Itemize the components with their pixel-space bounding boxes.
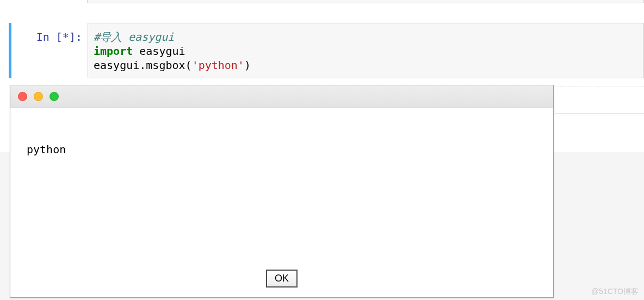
previous-cell-edge	[87, 0, 644, 3]
divider-thin	[555, 113, 644, 114]
msgbox-dialog: python OK	[10, 85, 554, 298]
divider-dotted	[555, 86, 644, 86]
window-titlebar[interactable]	[10, 85, 553, 108]
code-editor[interactable]: #导入 easygui import easygui easygui.msgbo…	[88, 23, 644, 78]
code-line-1: #导入 easygui	[94, 30, 638, 44]
close-paren: )	[244, 59, 251, 72]
dialog-message: python	[10, 108, 553, 167]
code-line-3: easygui.msgbox('python')	[94, 58, 638, 72]
prompt-prefix: In [	[36, 30, 63, 43]
code-line-2: import easygui	[94, 44, 638, 58]
module-name: easygui	[133, 45, 185, 58]
comment-text: #导入 easygui	[94, 30, 174, 43]
dialog-footer: OK	[10, 270, 553, 288]
ok-button[interactable]: OK	[266, 270, 298, 288]
close-icon[interactable]	[18, 92, 27, 101]
input-prompt: In [*]:	[11, 23, 88, 78]
function-call: easygui.msgbox(	[94, 59, 192, 72]
prompt-status: *	[63, 30, 69, 43]
prompt-suffix: ]:	[69, 30, 82, 43]
maximize-icon[interactable]	[49, 92, 59, 101]
import-keyword: import	[94, 45, 133, 58]
code-cell[interactable]: In [*]: #导入 easygui import easygui easyg…	[9, 23, 644, 78]
watermark-text: @51CTO博客	[591, 287, 639, 297]
minimize-icon[interactable]	[34, 92, 43, 101]
string-literal: 'python'	[192, 59, 244, 72]
